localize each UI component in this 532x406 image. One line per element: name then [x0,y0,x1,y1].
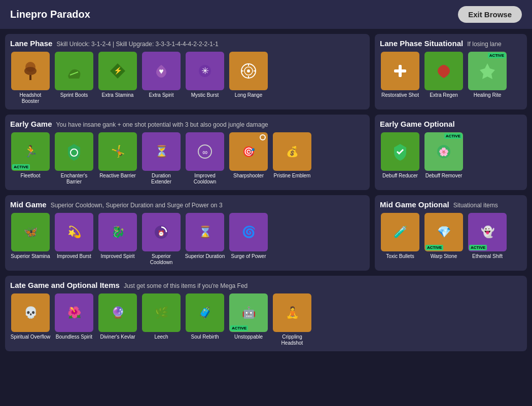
svg-text:🧪: 🧪 [394,225,408,239]
svg-text:💰: 💰 [286,145,299,158]
list-item[interactable]: ⏰ Superior Cooldown [141,213,182,266]
early-game-subtitle: You have insane gank + one shot potentia… [56,121,268,128]
list-item[interactable]: 🦋 Superior Stamina [10,213,51,266]
mid-game-items: 🦋 Superior Stamina 💫 Improved Burst 🐉 [10,213,365,266]
svg-text:♥: ♥ [159,67,164,76]
item-label: Ethereal Shift [472,253,503,260]
item-icon: ACTIVE 💎 [424,213,463,251]
svg-text:👻: 👻 [481,225,495,239]
list-item[interactable]: Restorative Shot [380,52,420,98]
list-item[interactable]: 🧘 Crippling Headshot [272,293,312,346]
list-item[interactable]: 🤸 Reactive Barrier [97,132,138,185]
list-item[interactable]: ⌛ Superior Duration [185,213,225,266]
item-label: Improved Cooldown [185,173,225,185]
list-item[interactable]: Headshot Booster [10,52,51,104]
list-item[interactable]: 🌺 Boundless Spirit [54,293,94,346]
item-label: Debuff Remover [425,173,463,179]
list-item[interactable]: 💀 Spiritual Overflow [10,293,51,346]
lane-phase-situational-section: Lane Phase Situational If losing lane Re… [375,34,527,109]
list-item[interactable]: ⚡ Extra Stamina [97,52,138,104]
item-icon: 🧘 [273,293,311,332]
list-item[interactable]: 🧳 Soul Rebirth [185,293,225,346]
list-item[interactable]: ♥ Extra Spirit [141,52,182,104]
list-item[interactable]: ACTIVE 🏃 Fleetfoot [10,132,51,185]
list-item[interactable]: Enchanter's Barrier [54,132,94,185]
item-icon: 🎯 [229,132,268,171]
item-label: Pristine Emblem [274,173,311,179]
item-label: Healing Rite [474,92,501,98]
item-icon [55,132,93,171]
active-badge: ACTIVE [12,164,30,170]
item-label: Debuff Reducer [382,173,418,179]
mid-game-subtitle: Superior Cooldown, Superior Duration and… [51,202,223,209]
lane-phase-items: Headshot Booster Sprint Boots ⚡ Extra St… [10,52,365,104]
list-item[interactable]: ACTIVE 🌸 Debuff Remover [423,132,464,179]
item-icon: ⏳ [142,132,181,171]
svg-text:🦋: 🦋 [24,225,38,239]
item-icon: ACTIVE 🌸 [424,132,463,171]
app-title: Linepro Paradox [10,9,90,20]
list-item[interactable]: ACTIVE Healing Rite [467,52,508,98]
item-icon: ∞ [186,132,224,171]
item-icon [229,52,268,90]
svg-rect-15 [394,69,406,72]
svg-text:💎: 💎 [437,225,451,239]
early-game-section: Early Game You have insane gank + one sh… [5,115,370,190]
list-item[interactable]: ACTIVE 💎 Warp Stone [423,213,464,260]
list-item[interactable]: 🌀 Surge of Power [228,213,269,266]
list-item[interactable]: ∞ Improved Cooldown [185,132,225,185]
lane-phase-situational-items: Restorative Shot Extra Regen ACTIVE Heal… [380,52,522,98]
svg-text:🤖: 🤖 [242,306,256,319]
list-item[interactable]: Sprint Boots [54,52,94,104]
list-item[interactable]: 🔮 Diviner's Kevlar [97,293,138,346]
item-icon: 🌀 [229,213,268,251]
list-item[interactable]: ACTIVE 🤖 Unstoppable [228,293,269,346]
item-icon: 🦋 [11,213,50,251]
list-item[interactable]: 💰 Pristine Emblem [272,132,312,185]
late-game-items: 💀 Spiritual Overflow 🌺 Boundless Spirit … [10,293,522,346]
header: Linepro Paradox Exit Browse [0,0,532,29]
list-item[interactable]: 🌿 Leech [141,293,182,346]
early-game-optional-items: Debuff Reducer ACTIVE 🌸 Debuff Remover [380,132,522,179]
svg-text:⏳: ⏳ [155,144,169,158]
item-icon [381,132,419,171]
item-icon [55,52,93,90]
list-item[interactable]: 🧪 Toxic Bullets [380,213,420,260]
list-item[interactable]: Extra Regen [423,52,464,98]
item-label: Restorative Shot [381,92,419,98]
list-item[interactable]: ✳ Mystic Burst [185,52,225,104]
item-icon: 💰 [273,132,311,171]
active-badge: ACTIVE [469,245,487,250]
item-label: Improved Spirit [100,253,134,260]
list-item[interactable]: Long Range [228,52,269,104]
item-icon: 🧪 [381,213,419,251]
late-game-section: Late Game and Optional Items Just get so… [5,276,527,351]
svg-text:🎯: 🎯 [242,145,255,158]
item-label: Unstoppable [234,334,263,340]
list-item[interactable]: 💫 Improved Burst [54,213,94,266]
item-label: Fleetfoot [21,173,41,179]
item-icon: ⏰ [142,213,181,251]
item-label: Warp Stone [431,253,457,260]
item-label: Leech [154,334,168,340]
lane-phase-situational-title: Lane Phase Situational [380,39,463,48]
early-game-optional-title: Early Game Optional [380,120,455,128]
list-item[interactable]: 🎯 Sharpshooter [228,132,269,185]
exit-browse-button[interactable]: Exit Browse [458,6,522,23]
early-game-optional-section: Early Game Optional Debuff Reducer ACTIV… [375,115,527,190]
active-badge: ACTIVE [230,325,248,331]
mid-game-title: Mid Game [10,200,47,209]
late-game-subtitle: Just get some of this items if you're Me… [124,282,247,289]
item-icon: ACTIVE 🤖 [229,293,268,332]
list-item[interactable]: ⏳ Duration Extender [141,132,182,185]
item-label: Mystic Burst [191,92,219,98]
mid-game-optional-subtitle: Situational items [453,202,498,209]
list-item[interactable]: Debuff Reducer [380,132,420,179]
item-icon: 🧳 [186,293,224,332]
item-icon: 🔮 [98,293,137,332]
list-item[interactable]: ACTIVE 👻 Ethereal Shift [467,213,508,260]
item-label: Superior Cooldown [141,253,182,266]
list-item[interactable]: 🐉 Improved Spirit [97,213,138,266]
item-icon: ACTIVE 🏃 [11,132,50,171]
early-game-title: Early Game [10,120,52,128]
